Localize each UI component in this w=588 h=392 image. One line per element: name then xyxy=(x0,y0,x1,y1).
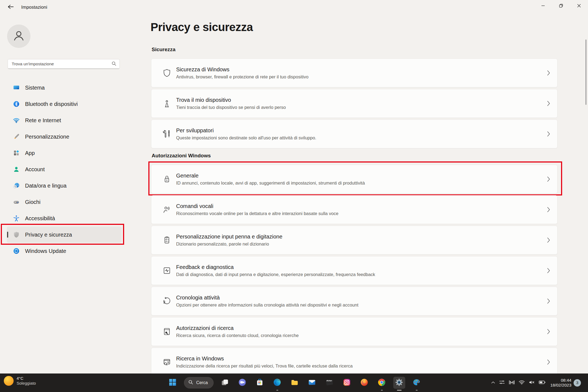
settings-card-per-sviluppatori[interactable]: Per sviluppatoriQueste impostazioni sono… xyxy=(151,120,558,148)
sidebar-item-giochi[interactable]: Giochi xyxy=(7,194,122,210)
taskbar-edge-button[interactable] xyxy=(271,377,283,389)
card-list-autorizzazioni: GeneraleID annunci, contenuto locale, av… xyxy=(151,165,558,376)
gaming-icon xyxy=(13,198,20,206)
taskbar-instagram-button[interactable] xyxy=(341,377,353,389)
taskbar-search-button[interactable]: Cerca xyxy=(184,377,214,388)
settings-card-feedback-e-diagnostica[interactable]: Feedback e diagnosticaDati di diagnostic… xyxy=(151,256,558,285)
close-icon xyxy=(577,4,581,9)
running-indicator xyxy=(416,390,418,391)
settings-card-comandi-vocali[interactable]: Comandi vocaliRiconoscimento vocale onli… xyxy=(151,195,558,224)
taskbar-start-button[interactable] xyxy=(167,377,179,389)
settings-card-trova-il-mio-dispositivo[interactable]: Trova il mio dispositivoTieni traccia de… xyxy=(151,89,558,118)
taskbar-file-explorer-button[interactable] xyxy=(289,377,301,389)
feedback-icon xyxy=(162,265,172,276)
pen-typing-icon xyxy=(162,235,172,245)
search-permissions-icon xyxy=(162,326,172,337)
network-icon xyxy=(13,117,20,124)
card-subtitle: Indicizzazione della ricerca per risulta… xyxy=(176,363,353,369)
clock[interactable]: 08:44 18/02/2023 xyxy=(550,378,571,388)
taskbar-firefox-button[interactable] xyxy=(358,377,370,389)
search-input[interactable] xyxy=(12,62,112,66)
tray-sliders-button[interactable] xyxy=(497,378,507,388)
card-subtitle: Antivirus, browser, firewall e protezion… xyxy=(176,74,308,79)
restore-button[interactable] xyxy=(552,0,570,13)
avatar[interactable] xyxy=(7,24,30,48)
shield-outline-icon xyxy=(162,68,172,78)
sidebar-item-privacy-e-sicurezza[interactable]: Privacy e sicurezza xyxy=(7,226,122,243)
sidebar-item-rete-e-internet[interactable]: Rete e Internet xyxy=(7,112,122,128)
restore-icon xyxy=(559,4,563,9)
sun-icon xyxy=(4,376,14,386)
firefox-icon xyxy=(360,378,369,388)
taskbar-clipchamp-button[interactable] xyxy=(323,377,335,389)
person-icon xyxy=(12,29,26,44)
hidden-icons-button[interactable] xyxy=(489,378,497,388)
settings-search-box xyxy=(8,59,120,69)
sidebar-item-accessibilit[interactable]: Accessibilità xyxy=(7,210,122,226)
card-title: Per sviluppatori xyxy=(176,127,316,134)
card-subtitle: ID annunci, contenuto locale, avvi di ap… xyxy=(176,180,365,186)
taskbar-apps: Cerca xyxy=(167,373,423,392)
scrollbar-thumb[interactable] xyxy=(586,39,586,105)
card-title: Comandi vocali xyxy=(176,203,338,209)
running-indicator xyxy=(397,390,402,391)
sidebar-item-bluetooth-e-dispositivi[interactable]: Bluetooth e dispositivi xyxy=(7,96,122,112)
accessibility-icon xyxy=(13,215,20,222)
sidebar-item-data-ora-e-lingua[interactable]: Data/ora e lingua xyxy=(7,177,122,194)
start-icon xyxy=(168,378,177,388)
wifi-icon xyxy=(519,380,525,386)
card-title: Generale xyxy=(176,173,365,179)
sidebar-item-personalizzazione[interactable]: Personalizzazione xyxy=(7,128,122,145)
settings-card-sicurezza-di-windows[interactable]: Sicurezza di WindowsAntivirus, browser, … xyxy=(151,59,558,87)
bluetooth-icon xyxy=(13,100,20,108)
minimize-button[interactable] xyxy=(534,0,552,13)
battery-button[interactable] xyxy=(537,378,547,388)
sidebar-item-label: Windows Update xyxy=(25,248,66,254)
sidebar-item-account[interactable]: Account xyxy=(7,161,122,177)
notification-badge[interactable]: 3 xyxy=(574,379,581,387)
sidebar-item-label: Accessibilità xyxy=(25,215,55,222)
sidebar-nav: SistemaBluetooth e dispositiviRete e Int… xyxy=(0,79,125,259)
taskbar-store-button[interactable] xyxy=(254,377,266,389)
account-icon xyxy=(13,166,20,173)
taskbar-mail-button[interactable] xyxy=(306,377,318,389)
taskbar-settings-button[interactable] xyxy=(393,377,405,389)
taskbar-paint-button[interactable] xyxy=(411,377,422,389)
taskbar-task-view-button[interactable] xyxy=(219,377,231,389)
weather-widget[interactable]: 4°C Soleggiato xyxy=(4,376,36,386)
apps-icon xyxy=(13,149,20,157)
instagram-icon xyxy=(343,378,351,388)
paint-icon xyxy=(412,378,421,388)
card-subtitle: Opzioni per ottenere altre informazioni … xyxy=(176,302,359,308)
sidebar-item-label: Sistema xyxy=(25,85,45,91)
taskbar-chat-button[interactable] xyxy=(236,377,248,389)
settings-card-ricerca-in-windows[interactable]: Ricerca in WindowsIndicizzazione della r… xyxy=(151,348,558,376)
chevron-right-icon xyxy=(547,268,550,273)
task-view-icon xyxy=(221,378,229,388)
taskbar-chrome-button[interactable] xyxy=(376,377,388,389)
sidebar-item-label: App xyxy=(25,150,35,156)
close-button[interactable] xyxy=(570,0,588,13)
sidebar-item-app[interactable]: App xyxy=(7,145,122,161)
settings-card-autorizzazioni-di-ricerca[interactable]: Autorizzazioni di ricercaRicerca sicura,… xyxy=(151,317,558,346)
sidebar-item-windows-update[interactable]: Windows Update xyxy=(7,243,122,259)
tray-m-button[interactable] xyxy=(507,378,517,388)
card-subtitle: Queste impostazioni sono destinate solo … xyxy=(176,135,316,140)
sidebar-item-label: Data/ora e lingua xyxy=(25,183,66,189)
personalization-icon xyxy=(13,133,20,140)
clock-date: 18/02/2023 xyxy=(550,383,571,388)
sidebar: SistemaBluetooth e dispositiviRete e Int… xyxy=(0,14,125,373)
card-title: Sicurezza di Windows xyxy=(176,66,308,73)
running-indicator xyxy=(276,390,278,391)
volume-muted-button[interactable] xyxy=(527,378,537,388)
section-header-sicurezza: Sicurezza xyxy=(152,47,176,53)
chevron-right-icon xyxy=(547,329,550,334)
settings-card-cronologia-attivit[interactable]: Cronologia attivitàOpzioni per ottenere … xyxy=(151,287,558,316)
sidebar-item-sistema[interactable]: Sistema xyxy=(7,79,122,96)
back-button[interactable] xyxy=(7,4,15,11)
settings-card-personalizzazione-input-penna-e-digitazione[interactable]: Personalizzazione input penna e digitazi… xyxy=(151,226,558,255)
wifi-button[interactable] xyxy=(517,378,527,388)
settings-card-generale[interactable]: GeneraleID annunci, contenuto locale, av… xyxy=(151,165,558,194)
clock-time: 08:44 xyxy=(550,378,571,383)
page-title: Privacy e sicurezza xyxy=(151,21,253,34)
